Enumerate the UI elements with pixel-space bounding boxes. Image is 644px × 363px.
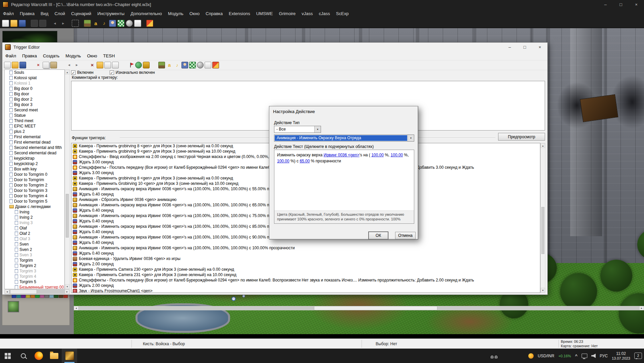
tree-item[interactable]: Big door xyxy=(5,91,64,97)
tree-item[interactable]: Door to Torngrim 2 xyxy=(5,183,64,188)
selection-marquee-icon[interactable] xyxy=(72,20,79,27)
scroll-left-icon[interactable]: ◄ xyxy=(74,306,78,310)
unit-marker[interactable] xyxy=(242,295,245,298)
cut-icon[interactable]: × xyxy=(35,62,42,68)
campaign-editor-icon[interactable] xyxy=(117,20,124,27)
toolbar-separator[interactable] xyxy=(68,20,70,27)
toolbar-separator[interactable] xyxy=(120,62,126,68)
copy-icon[interactable] xyxy=(43,62,49,68)
toolbar-separator[interactable] xyxy=(81,62,88,68)
tree-item[interactable]: Kolossi spiat xyxy=(5,75,64,81)
tree-item[interactable]: Door to Torngrim 3 xyxy=(5,188,64,193)
tree-vscrollbar[interactable]: ▲ ▼ xyxy=(65,69,70,289)
menu-item[interactable]: Создать xyxy=(40,53,62,58)
sound-editor-icon[interactable]: ♪ xyxy=(101,20,108,27)
action-text-part[interactable]: 100.00 xyxy=(277,159,289,163)
object-editor-icon[interactable]: a xyxy=(92,20,99,27)
new-trigger-icon[interactable] xyxy=(4,62,11,68)
map-hscroll-thumb[interactable] xyxy=(314,306,437,310)
unit-palette-icon[interactable] xyxy=(109,20,116,27)
minimize-button[interactable]: – xyxy=(502,43,517,52)
taskbar-warcraft-editor[interactable] xyxy=(62,349,77,363)
taskbar-clock[interactable]: 11:02 13.07.2023 xyxy=(612,351,630,361)
menu-item[interactable]: cJass xyxy=(316,9,333,18)
tree-item[interactable]: Second elemental dead xyxy=(5,150,64,156)
toolbar-separator[interactable] xyxy=(58,62,65,68)
chevron-down-icon[interactable]: ▼ xyxy=(408,135,414,141)
action-row[interactable]: Анимация - Изменить окраску верха Ирвинг… xyxy=(71,245,540,251)
maximize-button[interactable]: □ xyxy=(613,0,629,9)
chevron-down-icon[interactable]: ▼ xyxy=(314,126,321,133)
toolbar-separator[interactable] xyxy=(48,20,50,27)
undo-icon[interactable]: ◄ xyxy=(66,62,72,68)
new-map-icon[interactable] xyxy=(2,20,9,27)
tree-item[interactable]: Torgrim 2 xyxy=(5,263,64,268)
notification-icon[interactable]: 2 xyxy=(634,353,642,359)
cancel-button[interactable]: Отмена xyxy=(395,232,416,239)
tree-item[interactable]: Statue xyxy=(5,113,64,118)
menu-item[interactable]: Правка xyxy=(17,9,38,18)
functions-vscroll-thumb[interactable] xyxy=(541,207,544,254)
tree-item[interactable]: Olaf 3 xyxy=(5,236,64,242)
tree-item[interactable]: Sven 2 xyxy=(5,247,64,252)
paste-icon[interactable] xyxy=(39,20,46,27)
trigger-editor-icon[interactable] xyxy=(146,20,153,27)
menu-item[interactable]: Окно xyxy=(186,9,203,18)
menu-item[interactable]: Окно xyxy=(84,53,100,58)
menu-item[interactable]: UMSWE xyxy=(253,9,276,18)
menu-item[interactable]: Вид xyxy=(38,9,52,18)
tree-hscroll-track[interactable] xyxy=(9,290,65,294)
tree-item[interactable]: Драки с легендами xyxy=(5,204,64,209)
tray-expand-icon[interactable]: ^ xyxy=(575,353,578,358)
tree-item[interactable]: Olaf xyxy=(5,225,64,231)
copy-trigger-icon[interactable] xyxy=(104,62,111,68)
toolbar-separator[interactable] xyxy=(151,62,157,68)
tree-item[interactable]: Torgrim 3 xyxy=(5,268,64,274)
ok-button[interactable]: ОК xyxy=(369,232,388,239)
menu-item[interactable]: Модуль xyxy=(62,53,84,58)
import-manager-icon[interactable] xyxy=(134,20,141,27)
toolbar-separator[interactable] xyxy=(27,20,30,27)
tree-item[interactable]: Irving 3 xyxy=(5,220,64,225)
import-manager-icon[interactable] xyxy=(205,62,211,68)
open-map-icon[interactable] xyxy=(10,20,17,27)
scroll-right-icon[interactable]: ► xyxy=(65,290,69,294)
tree-item[interactable]: Torgrim xyxy=(5,258,64,263)
tree-item[interactable]: Безымянный триггер 00 xyxy=(5,284,64,289)
tree-item[interactable]: First elemental xyxy=(5,134,64,140)
save-icon[interactable] xyxy=(19,62,26,68)
redo-icon[interactable]: ► xyxy=(73,62,80,68)
tree-item[interactable]: Sven 3 xyxy=(5,252,64,258)
tree-item[interactable]: First elemental dead xyxy=(5,140,64,145)
enabled-checkbox[interactable]: ✓ xyxy=(71,70,75,75)
tree-item[interactable]: Big door 2 xyxy=(5,97,64,102)
action-row[interactable]: Спецэффекты - Послать передачу (Все игро… xyxy=(71,277,540,283)
menu-item[interactable]: Справка xyxy=(203,9,226,18)
search-button[interactable] xyxy=(15,349,31,363)
minimize-button[interactable]: – xyxy=(598,0,613,9)
close-button[interactable]: × xyxy=(532,43,547,52)
new-action-icon[interactable] xyxy=(143,62,150,68)
open-icon[interactable] xyxy=(12,62,18,68)
scroll-right-icon[interactable]: ► xyxy=(639,306,644,310)
menu-item[interactable]: Дополнительно xyxy=(127,9,165,18)
speaker-icon[interactable] xyxy=(591,354,596,358)
trigger-editor-icon[interactable] xyxy=(212,62,219,68)
action-row[interactable]: Ждать 0.40 секунд xyxy=(71,240,540,245)
toolbar-separator[interactable] xyxy=(80,20,83,27)
tree-item[interactable]: Door to Torngrim 5 xyxy=(5,199,64,204)
tree-item[interactable]: Second meet xyxy=(5,107,64,113)
unit-portrait-icon[interactable] xyxy=(8,301,19,312)
start-button[interactable] xyxy=(0,349,15,363)
tree-item[interactable]: Door to Torngrim 0 xyxy=(5,172,64,177)
menu-item[interactable]: Правка xyxy=(19,53,40,58)
action-text-part[interactable]: 100.00 xyxy=(391,153,403,157)
new-comment-icon[interactable] xyxy=(112,62,119,68)
scroll-down-icon[interactable]: ▼ xyxy=(65,284,69,289)
map-hscroll-track[interactable] xyxy=(78,306,639,310)
action-row[interactable]: Боевая единица - Удалить Ирвинг 0036 <ge… xyxy=(71,256,540,261)
action-type-dropdown[interactable]: Анимация - Изменить Окраску Верха Отряда… xyxy=(274,135,414,142)
object-manager-icon[interactable] xyxy=(126,20,133,27)
action-text-part[interactable]: 65.00 xyxy=(300,159,310,163)
paste-icon[interactable] xyxy=(50,62,57,68)
